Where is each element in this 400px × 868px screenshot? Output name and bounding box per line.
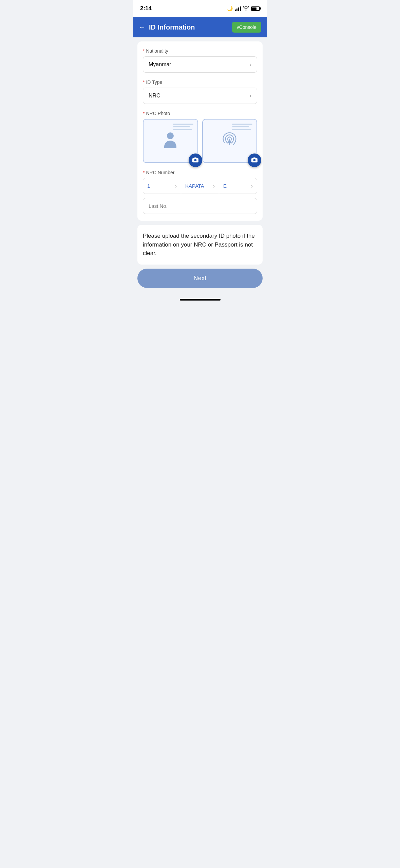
back-button[interactable]: ← [139, 23, 146, 31]
status-time: 2:14 [140, 5, 152, 12]
nationality-value: Myanmar [149, 61, 171, 68]
header: ← ID Information vConsole [133, 17, 267, 37]
nrc-segment-1-value: 1 [147, 183, 150, 189]
form-card: * Nationality Myanmar › * ID Type NRC › … [137, 41, 263, 221]
page-title: ID Information [149, 23, 195, 31]
nrc-front-camera-button[interactable] [189, 153, 202, 167]
nrc-back-camera-button[interactable] [248, 153, 261, 167]
id-type-label: * ID Type [143, 79, 257, 85]
nrc-photo-required-star: * [143, 111, 145, 116]
wifi-icon [243, 6, 249, 12]
id-type-select[interactable]: NRC › [143, 88, 257, 104]
camera-icon-2 [251, 157, 258, 164]
nrc-segment-3-chevron-icon: › [251, 183, 253, 189]
nationality-chevron-icon: › [250, 61, 251, 68]
nrc-photo-field-group: * NRC Photo [143, 111, 257, 163]
svg-point-1 [253, 159, 256, 161]
nrc-segment-row: 1 › KAPATA › E › [143, 178, 257, 194]
nrc-last-number-input[interactable] [143, 198, 257, 214]
nrc-segment-2[interactable]: KAPATA › [181, 178, 219, 194]
home-bar [180, 299, 221, 301]
nrc-segment-2-chevron-icon: › [213, 183, 215, 189]
status-bar: 2:14 🌙 [133, 0, 267, 17]
camera-icon [192, 157, 199, 164]
nrc-number-field-group: * NRC Number 1 › KAPATA › E › [143, 170, 257, 214]
next-button[interactable]: Next [137, 269, 263, 288]
nrc-number-label: * NRC Number [143, 170, 257, 175]
info-card: Please upload the secondary ID photo if … [137, 225, 263, 265]
nrc-segment-1[interactable]: 1 › [143, 178, 181, 194]
nrc-number-required-star: * [143, 170, 145, 175]
nrc-segment-2-value: KAPATA [185, 183, 204, 189]
nrc-back-upload[interactable] [202, 119, 258, 163]
status-icons: 🌙 [227, 6, 260, 12]
photo-front-lines [173, 124, 193, 130]
id-type-required-star: * [143, 79, 145, 85]
nationality-field-group: * Nationality Myanmar › [143, 48, 257, 73]
moon-icon: 🌙 [227, 6, 233, 11]
nationality-required-star: * [143, 48, 145, 54]
id-type-field-group: * ID Type NRC › [143, 79, 257, 104]
nrc-segment-3-value: E [223, 183, 227, 189]
photo-upload-row [143, 119, 257, 163]
info-text: Please upload the secondary ID photo if … [143, 232, 257, 258]
nrc-segment-3[interactable]: E › [219, 178, 257, 194]
person-icon [163, 132, 178, 149]
next-btn-container: Next [133, 269, 267, 295]
vconsole-button[interactable]: vConsole [232, 22, 261, 33]
nationality-select[interactable]: Myanmar › [143, 56, 257, 73]
nrc-segment-1-chevron-icon: › [175, 183, 177, 189]
id-type-value: NRC [149, 93, 160, 99]
battery-icon [251, 6, 260, 11]
fingerprint-icon [222, 131, 237, 151]
nationality-label: * Nationality [143, 48, 257, 54]
signal-icon [235, 6, 241, 11]
main-content: * Nationality Myanmar › * ID Type NRC › … [133, 37, 267, 269]
photo-back-lines [232, 124, 252, 130]
nrc-front-upload[interactable] [143, 119, 198, 163]
nrc-photo-label: * NRC Photo [143, 111, 257, 116]
id-type-chevron-icon: › [250, 93, 251, 99]
svg-point-0 [194, 159, 196, 161]
home-indicator [133, 295, 267, 303]
